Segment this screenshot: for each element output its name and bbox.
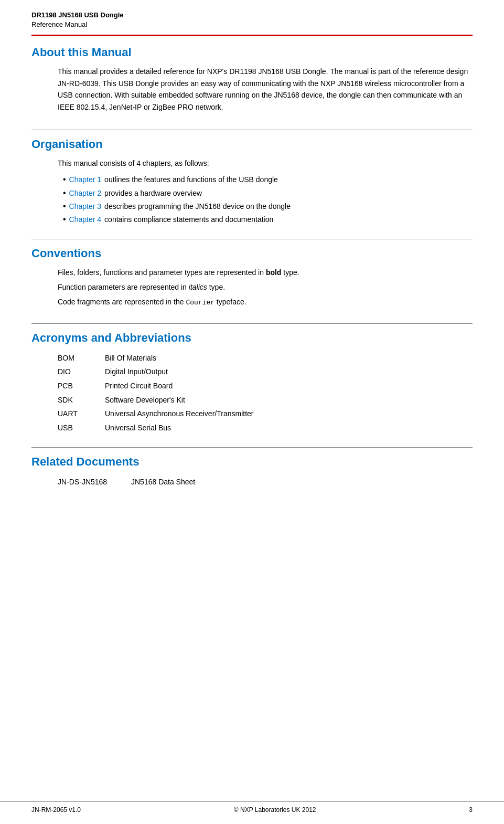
footer-right: 3 [469,806,473,814]
acronyms-heading: Acronyms and Abbreviations [31,331,473,345]
organisation-section: Organisation This manual consists of 4 c… [31,138,473,239]
acronym-key-dio: DIO [58,365,89,379]
acronym-val-uart: Universal Asynchronous Receiver/Transmit… [105,407,253,421]
conventions-rule [31,239,473,239]
acronyms-section: Acronyms and Abbreviations BOM Bill Of M… [31,331,473,448]
footer-left: JN-RM-2065 v1.0 [31,806,81,814]
conventions-line2: Function parameters are represented in i… [58,281,473,294]
acronym-val-sdk: Software Developer's Kit [105,393,185,407]
related-heading: Related Documents [31,455,473,469]
about-section: About this Manual This manual provides a… [31,46,473,130]
doc-footer: JN-RM-2065 v1.0 © NXP Laboratories UK 20… [0,801,504,814]
about-heading: About this Manual [31,46,473,59]
organisation-intro: This manual consists of 4 chapters, as f… [58,157,473,169]
acronym-key-bom: BOM [58,351,89,365]
related-section: Related Documents JN-DS-JN5168 JN5168 Da… [31,455,473,502]
organisation-body: This manual consists of 4 chapters, as f… [31,157,473,239]
list-item: Chapter 1 outlines the features and func… [63,173,473,186]
acronym-key-uart: UART [58,407,89,421]
list-item: Chapter 4 contains compliance statements… [63,213,473,226]
acronym-row: UART Universal Asynchronous Receiver/Tra… [58,407,473,421]
chapter3-text: describes programming the JN5168 device … [104,200,291,213]
top-rule [31,35,473,36]
footer-center: © NXP Laboratories UK 2012 [234,806,316,814]
chapter2-text: provides a hardware overview [104,187,202,200]
related-rule [31,447,473,448]
page: DR1198 JN5168 USB Dongle Reference Manua… [0,0,504,824]
acronym-row: BOM Bill Of Materials [58,351,473,365]
acronym-val-usb: Universal Serial Bus [105,421,171,435]
acronym-row: USB Universal Serial Bus [58,421,473,435]
acronym-val-pcb: Printed Circuit Board [105,379,173,393]
conventions-line3: Code fragments are represented in the Co… [58,296,473,309]
about-text: This manual provides a detailed referenc… [58,66,473,113]
acronyms-rule [31,323,473,324]
conventions-line1: Files, folders, functions and parameter … [58,267,473,279]
list-item: Chapter 2 provides a hardware overview [63,187,473,200]
doc-title: DR1198 JN5168 USB Dongle [31,10,473,20]
chapter4-text: contains compliance statements and docum… [104,213,273,226]
related-val-jn5168: JN5168 Data Sheet [131,475,195,489]
related-table: JN-DS-JN5168 JN5168 Data Sheet [31,475,473,502]
doc-subtitle: Reference Manual [31,20,473,29]
list-item: Chapter 3 describes programming the JN51… [63,200,473,213]
chapter1-text: outlines the features and functions of t… [104,173,278,186]
about-body: This manual provides a detailed referenc… [31,66,473,130]
acronym-key-pcb: PCB [58,379,89,393]
chapter4-link[interactable]: Chapter 4 [69,213,101,226]
conventions-heading: Conventions [31,247,473,260]
chapter1-link[interactable]: Chapter 1 [69,173,101,186]
related-key-jn5168: JN-DS-JN5168 [58,475,115,489]
acronym-table: BOM Bill Of Materials DIO Digital Input/… [31,351,473,448]
related-row: JN-DS-JN5168 JN5168 Data Sheet [58,475,473,489]
acronym-row: DIO Digital Input/Output [58,365,473,379]
acronym-val-dio: Digital Input/Output [105,365,168,379]
acronym-key-usb: USB [58,421,89,435]
acronym-row: PCB Printed Circuit Board [58,379,473,393]
conventions-body: Files, folders, functions and parameter … [31,267,473,323]
doc-header: DR1198 JN5168 USB Dongle Reference Manua… [31,10,473,29]
acronym-val-bom: Bill Of Materials [105,351,156,365]
organisation-rule [31,130,473,130]
acronym-key-sdk: SDK [58,393,89,407]
chapter-list: Chapter 1 outlines the features and func… [58,173,473,226]
chapter2-link[interactable]: Chapter 2 [69,187,101,200]
chapter3-link[interactable]: Chapter 3 [69,200,101,213]
organisation-heading: Organisation [31,138,473,151]
acronym-row: SDK Software Developer's Kit [58,393,473,407]
conventions-section: Conventions Files, folders, functions an… [31,247,473,323]
